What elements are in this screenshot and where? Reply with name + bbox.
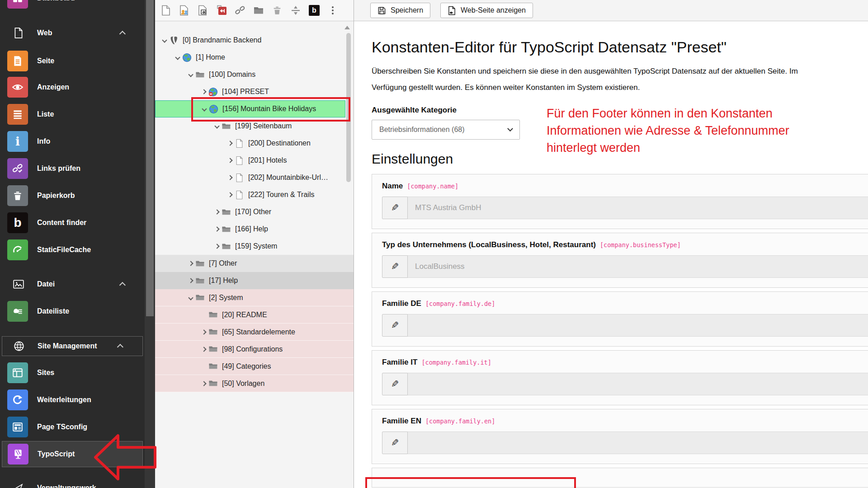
sites-icon <box>7 362 28 383</box>
sidebar-item-dateiliste[interactable]: Dateiliste <box>0 298 145 324</box>
new-page-icon[interactable] <box>160 5 172 16</box>
chevron-right-icon[interactable] <box>214 244 219 249</box>
category-select[interactable]: Betriebsinformationen (68) <box>372 120 520 140</box>
save-button[interactable]: Speichern <box>370 3 430 18</box>
sidebar-section-datei[interactable]: Datei <box>0 274 145 294</box>
chevron-down-icon[interactable] <box>202 106 207 111</box>
tree-item[interactable]: [0] Brandnamic Backend <box>155 32 354 49</box>
dashboard-icon <box>7 0 28 9</box>
tree-scrollbar-up[interactable] <box>344 26 350 29</box>
tree-item[interactable]: [201] Hotels <box>155 152 354 169</box>
more-menu-icon[interactable] <box>327 5 339 16</box>
field-code: [company.name] <box>407 183 458 190</box>
sidebar-item-page-tsconfig[interactable]: Page TSconfig <box>0 414 145 440</box>
tree-item[interactable]: [20] README <box>155 306 354 324</box>
sidebar-item-typoscript[interactable]: TypoScript <box>2 441 143 467</box>
page-users-icon[interactable] <box>179 5 190 16</box>
tree-item[interactable]: [222] Touren & Trails <box>155 186 354 203</box>
edit-pencil-button[interactable]: ✎ <box>382 314 408 337</box>
tree-item[interactable]: [104] PRESET <box>155 83 354 100</box>
chevron-down-icon[interactable] <box>188 295 193 300</box>
field-label: Name <box>382 182 403 191</box>
sidebar-section-verwaltung[interactable]: Verwaltungswerk <box>0 478 145 488</box>
sidebar-item-info[interactable]: i Info <box>0 128 145 155</box>
tree-item[interactable]: [2] System <box>155 289 354 306</box>
sidebar-section-label: Site Management <box>38 342 97 350</box>
chevron-down-icon[interactable] <box>162 38 167 42</box>
page-icon <box>235 190 244 200</box>
folder-icon[interactable] <box>253 5 264 16</box>
chevron-right-icon[interactable] <box>201 381 206 386</box>
sidebar-item-links-pruefen[interactable]: Links prüfen <box>0 155 145 182</box>
trash-icon[interactable] <box>271 5 283 16</box>
sidebar-item-sites[interactable]: Sites <box>0 360 145 386</box>
constant-input-family-de[interactable] <box>408 314 868 337</box>
edit-pencil-button[interactable]: ✎ <box>382 432 408 454</box>
save-button-label: Speichern <box>391 6 423 14</box>
chevron-right-icon[interactable] <box>201 329 206 334</box>
link-icon[interactable] <box>234 5 246 16</box>
edit-pencil-button[interactable]: ✎ <box>382 373 408 395</box>
sidebar-scrollbar[interactable] <box>145 0 155 488</box>
chevron-right-icon[interactable] <box>227 175 232 180</box>
tree-item[interactable]: [199] Seitenbaum <box>155 117 354 135</box>
sidebar-item-label: Anzeigen <box>37 83 69 91</box>
edit-pencil-button[interactable]: ✎ <box>382 255 408 278</box>
chevron-right-icon[interactable] <box>188 278 193 283</box>
tree-item[interactable]: [100] Domains <box>155 66 354 83</box>
constant-input-businesstype[interactable] <box>408 255 868 278</box>
chevron-down-icon[interactable] <box>188 72 193 77</box>
tree-item[interactable]: [98] Configurations <box>155 341 354 358</box>
chevron-right-icon[interactable] <box>227 192 232 197</box>
page-mount-icon[interactable] <box>216 5 227 16</box>
tree-item[interactable]: [49] Categories <box>155 358 354 375</box>
tree-item[interactable]: [200] Destinationen <box>155 135 354 152</box>
separator-icon[interactable] <box>290 5 302 16</box>
tree-item[interactable]: [50] Vorlagen <box>155 375 354 392</box>
sidebar-item-weiterleitungen[interactable]: Weiterleitungen <box>0 387 145 413</box>
tree-item[interactable]: [7] Other <box>155 255 354 272</box>
tree-item[interactable]: [202] Mountainbike-Url… <box>155 169 354 186</box>
tree-item[interactable]: [159] System <box>155 238 354 255</box>
tree-item[interactable]: [65] Standardelemente <box>155 324 354 341</box>
sidebar-item-anzeigen[interactable]: Anzeigen <box>0 74 145 100</box>
chevron-down-icon[interactable] <box>214 123 219 128</box>
sidebar-item-staticfilecache[interactable]: StaticFileCache <box>0 237 145 263</box>
constant-input-name[interactable] <box>408 197 868 219</box>
tree-item-selected[interactable]: [156] Mountain Bike Holidays <box>155 100 345 117</box>
sidebar-item-seite[interactable]: Seite <box>0 48 145 74</box>
sidebar-scrollbar-thumb[interactable] <box>146 0 154 316</box>
sidebar-item-label: Seite <box>37 57 54 65</box>
sidebar-section-web[interactable]: Web <box>0 23 145 43</box>
chevron-right-icon[interactable] <box>227 141 232 145</box>
tree-item[interactable]: [166] Help <box>155 221 354 238</box>
tree-item[interactable]: [170] Other <box>155 203 354 221</box>
content-finder-toolbar-icon[interactable]: b <box>308 5 320 16</box>
sidebar-item-label: Content finder <box>37 219 86 227</box>
tree-item[interactable]: [1] Home <box>155 49 354 66</box>
chevron-right-icon[interactable] <box>214 226 219 231</box>
chevron-right-icon[interactable] <box>201 347 206 352</box>
chevron-down-icon[interactable] <box>175 55 180 60</box>
chevron-right-icon[interactable] <box>214 209 219 214</box>
edit-pencil-button[interactable]: ✎ <box>382 197 408 219</box>
constants-list: Name [company.name] ✎ Typ des Unternehme… <box>372 174 868 488</box>
sidebar-item-liste[interactable]: Liste <box>0 101 145 127</box>
constant-input-family-en[interactable] <box>408 432 868 454</box>
view-webpage-button[interactable]: Web-Seite anzeigen <box>440 3 533 18</box>
sidebar-section-site-management[interactable]: Site Management <box>2 336 143 356</box>
sidebar-item-label: Dashboard <box>37 0 75 2</box>
constant-input-family-it[interactable] <box>408 373 868 395</box>
page-shortcut-icon[interactable] <box>197 5 209 16</box>
tree-item[interactable]: [17] Help <box>155 272 354 289</box>
sidebar-item-dashboard[interactable]: Dashboard <box>0 0 145 11</box>
constant-field-family-en: Familie EN [company.family.en] ✎ <box>372 409 868 464</box>
page-module-icon <box>7 51 28 71</box>
sidebar-item-papierkorb[interactable]: Papierkorb <box>0 183 145 209</box>
tree-scrollbar-thumb[interactable] <box>346 33 351 182</box>
folder-icon <box>222 122 231 131</box>
sidebar-item-content-finder[interactable]: b Content finder <box>0 210 145 236</box>
chevron-right-icon[interactable] <box>188 261 193 266</box>
chevron-right-icon[interactable] <box>201 89 206 94</box>
chevron-right-icon[interactable] <box>227 158 232 163</box>
